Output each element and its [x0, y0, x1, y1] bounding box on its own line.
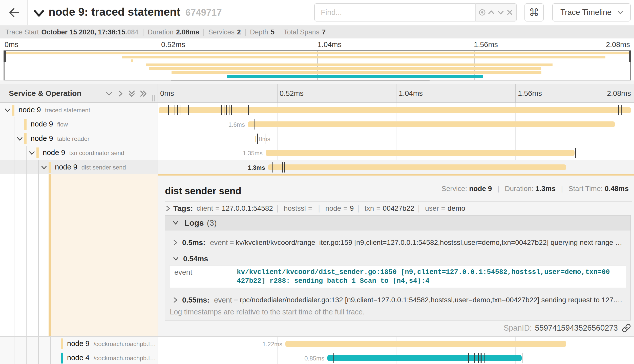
span-log-tick [226, 105, 227, 115]
span-detail-row: dist sender send Service: node 9 | Durat… [0, 174, 634, 337]
tag[interactable]: client=127.0.0.1:54582 [197, 204, 273, 212]
span-bar[interactable] [159, 107, 631, 113]
log-entry[interactable]: 0.5ms: event = kv/kvclient/kvcoord/range… [165, 237, 630, 248]
expand-all-icon[interactable] [137, 89, 149, 98]
ruler-label: 2.08ms [607, 89, 631, 98]
minimap-canvas[interactable] [4, 50, 631, 80]
span-log-tick [180, 105, 180, 115]
indent-guide [26, 351, 27, 364]
indent-guide [26, 160, 27, 175]
minimap-left-scrubber-handle[interactable] [4, 51, 6, 62]
span-bar[interactable] [327, 355, 522, 361]
span-name-cell[interactable]: node 9flow [0, 117, 158, 132]
span-id-row: SpanID: 5597415943526560273 [503, 324, 631, 333]
span-bar[interactable] [285, 341, 566, 347]
minimap-right-scrubber-handle[interactable] [629, 51, 631, 62]
services-value: 2 [237, 28, 241, 36]
duration-value: 2.08ms [176, 28, 199, 36]
row-expand-chevron-icon[interactable] [41, 165, 47, 171]
row-expand-chevron-icon[interactable] [29, 151, 35, 157]
span-bar-cell[interactable]: 1.3ms [158, 160, 634, 175]
log-timestamp: 0.5ms: [182, 239, 205, 247]
focus-match-icon[interactable] [478, 8, 487, 17]
expand-one-icon[interactable] [115, 89, 126, 98]
span-bar[interactable] [268, 164, 566, 170]
keyboard-shortcuts-button[interactable]: ⌘ [524, 3, 544, 22]
span-name-label: node 9/cockroach.roachpb.Internal/Batch [67, 339, 157, 348]
minimap-time-labels: 0ms 0.52ms 1.04ms 1.56ms 2.08ms [0, 38, 634, 50]
collapse-one-icon[interactable] [103, 89, 115, 98]
minimap-span-bar [5, 52, 630, 54]
top-bar: node 9: traced statement6749717 ⌘ Trace … [0, 0, 634, 26]
span-log-tick [284, 162, 285, 173]
back-button[interactable] [0, 0, 28, 25]
tags-row[interactable]: Tags: client=127.0.0.1:54582 | hostssl= … [165, 203, 465, 214]
span-name-cell[interactable]: node 4/cockroach.roachpb.Internal/Batch [0, 351, 158, 364]
span-name-cell[interactable]: node 9table reader [0, 132, 158, 146]
span-bar-cell[interactable] [158, 103, 634, 117]
prev-match-icon[interactable] [487, 8, 496, 17]
row-expand-chevron-icon[interactable] [4, 108, 11, 114]
span-name-cell[interactable]: node 9/cockroach.roachpb.Internal/Batch [0, 337, 158, 351]
logs-count: (3) [207, 218, 217, 228]
indent-guide [38, 351, 39, 364]
span-bar[interactable] [255, 136, 256, 142]
span-name-cell[interactable]: node 9traced statement [0, 103, 158, 117]
indent-guide [2, 103, 2, 117]
next-match-icon[interactable] [496, 8, 505, 17]
span-duration-label: 0ms [259, 136, 270, 143]
log-timestamp: 0.54ms [183, 255, 208, 263]
span-row[interactable]: node 4/cockroach.roachpb.Internal/Batch0… [0, 351, 634, 364]
service-name-label: node 9 [31, 134, 53, 143]
span-name-cell[interactable]: node 9dist sender send [0, 160, 158, 175]
span-bar-cell[interactable]: 1.6ms [158, 117, 634, 132]
span-bar-cell[interactable]: 1.22ms [158, 337, 634, 351]
span-detail-title: dist sender send [165, 186, 241, 197]
log-chevron-right-icon [172, 296, 179, 304]
service-operation-header: Service & Operation [0, 84, 158, 102]
span-name-cell[interactable]: node 9txn coordinator send [0, 146, 158, 160]
span-bar-cell[interactable]: 0ms [158, 132, 634, 146]
span-row[interactable]: node 9dist sender send1.3ms [0, 160, 634, 175]
column-resize-grip[interactable] [152, 95, 156, 101]
equals-sign: = [306, 204, 314, 212]
row-expand-chevron-icon[interactable] [16, 136, 23, 142]
log-entry-expanded[interactable]: 0.54ms [165, 253, 630, 264]
span-row[interactable]: node 9traced statement [0, 103, 634, 117]
span-bar[interactable] [248, 121, 615, 127]
tag[interactable]: node=9 [325, 204, 354, 212]
tag[interactable]: user=demo [425, 204, 465, 212]
span-log-tick [621, 105, 622, 115]
trace-start-millis: .084 [125, 28, 139, 36]
service-name-label: node 9 [55, 163, 77, 171]
operation-name-label: traced statement [45, 107, 90, 114]
trace-collapse-chevron-icon[interactable] [33, 8, 45, 19]
collapse-all-icon[interactable] [126, 89, 137, 98]
tag[interactable]: hostssl= [284, 204, 315, 212]
clear-find-icon[interactable] [505, 8, 514, 17]
equals-sign: = [439, 204, 448, 212]
span-bar-cell[interactable]: 0.85ms [158, 351, 634, 364]
ruler-label: 0.52ms [280, 89, 304, 98]
tag[interactable]: txn=00427b22 [365, 204, 414, 212]
tag-key: client [197, 204, 213, 212]
deep-link-icon[interactable] [622, 324, 631, 333]
minimap-tick-label: 0ms [5, 40, 18, 49]
indent-guide [14, 174, 14, 336]
span-row[interactable]: node 9table reader0ms [0, 132, 634, 146]
log-field-key: event [214, 296, 232, 304]
span-row[interactable]: node 9flow1.6ms [0, 117, 634, 132]
logs-header[interactable]: Logs (3) [165, 216, 630, 230]
span-log-tick [255, 119, 255, 130]
span-row[interactable]: node 9/cockroach.roachpb.Internal/Batch1… [0, 337, 634, 351]
log-chevron-right-icon [172, 239, 179, 246]
trace-summary-bar: Trace Start October 15 2020, 17:38:15.08… [0, 26, 634, 38]
log-entry[interactable]: 0.55ms: event = rpc/nodedialer/nodediale… [165, 294, 630, 306]
trace-view-select[interactable]: Trace Timeline [552, 3, 631, 22]
span-row[interactable]: node 9txn coordinator send1.35ms [0, 146, 634, 160]
minimap-bottom-strip [0, 80, 634, 84]
tag-separator: | [357, 204, 359, 213]
span-bar-cell[interactable]: 1.35ms [158, 146, 634, 160]
find-input[interactable] [314, 3, 475, 22]
span-bar[interactable] [266, 150, 575, 156]
